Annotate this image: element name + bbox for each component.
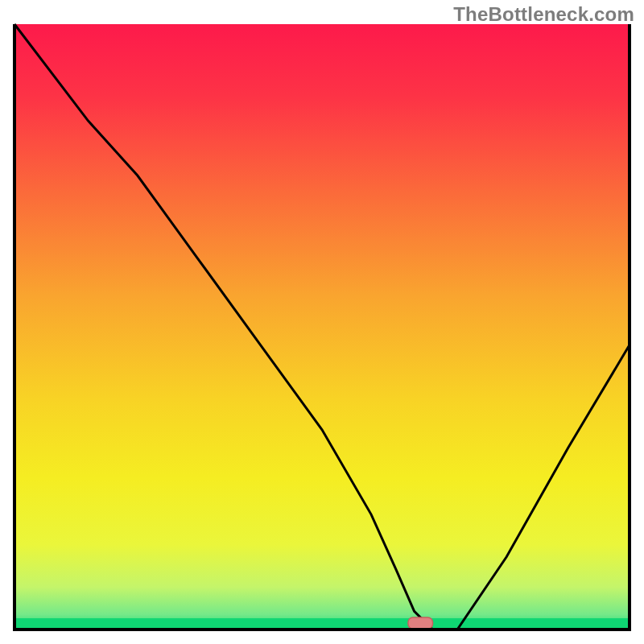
green-strip: [14, 618, 630, 630]
bottleneck-chart: [0, 0, 644, 644]
optimal-marker: [408, 617, 433, 629]
plot-background: [14, 24, 630, 630]
